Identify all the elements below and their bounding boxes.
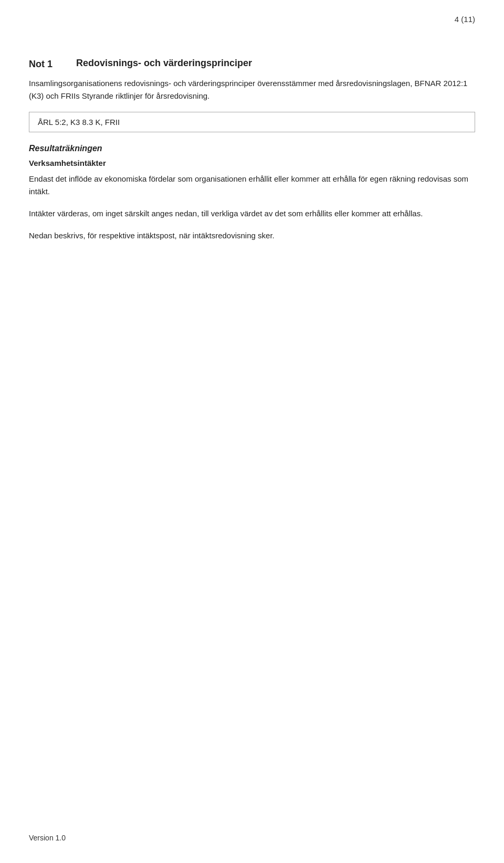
page: 4 (11) Not 1 Redovisnings- och värdering… bbox=[0, 0, 504, 863]
footer: Version 1.0 bbox=[29, 834, 66, 842]
body-text-0: Endast det inflöde av ekonomiska fördela… bbox=[29, 173, 475, 198]
section-header: Not 1 Redovisnings- och värderingsprinci… bbox=[29, 58, 475, 70]
body-text-2: Nedan beskrivs, för respektive intäktspo… bbox=[29, 229, 475, 242]
rule-box-text: ÅRL 5:2, K3 8.3 K, FRII bbox=[38, 118, 120, 127]
version-label: Version 1.0 bbox=[29, 834, 66, 842]
section-title: Redovisnings- och värderingsprinciper bbox=[76, 58, 252, 69]
intro-text: Insamlingsorganisationens redovisnings- … bbox=[29, 77, 475, 102]
rule-box: ÅRL 5:2, K3 8.3 K, FRII bbox=[29, 112, 475, 132]
subsection-resultatrakningen: Resultaträkningen Verksamhetsintäkter En… bbox=[29, 144, 475, 242]
subsection-title: Resultaträkningen bbox=[29, 144, 475, 153]
page-number: 4 (11) bbox=[455, 15, 475, 24]
subsection-subtitle: Verksamhetsintäkter bbox=[29, 159, 475, 167]
body-text-1: Intäkter värderas, om inget särskilt ang… bbox=[29, 207, 475, 220]
not-label: Not 1 bbox=[29, 59, 76, 70]
